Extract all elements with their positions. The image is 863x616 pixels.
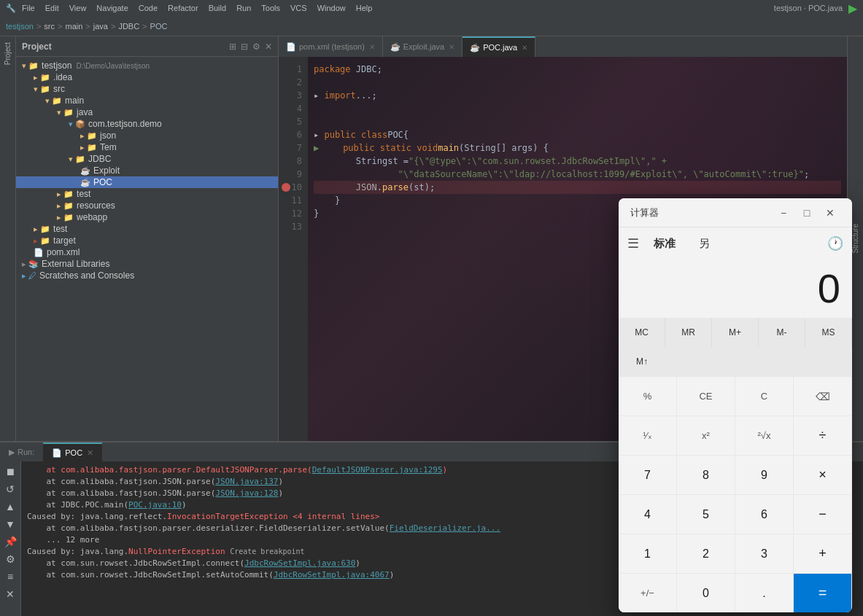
- tree-item-ext-lib[interactable]: ▸ 📚 External Libraries: [16, 258, 278, 270]
- tree-item-jdbc[interactable]: ▾ 📁 JDBC: [16, 153, 278, 165]
- calc-mem-mr[interactable]: MR: [665, 318, 712, 347]
- calc-minimize-button[interactable]: −: [773, 203, 794, 223]
- menu-refactor[interactable]: Refactor: [168, 4, 198, 12]
- bottom-tab-poc[interactable]: 📄 POC ✕: [43, 442, 102, 461]
- tree-item-package[interactable]: ▾ 📦 com.testjson.demo: [16, 118, 278, 130]
- breadcrumb-item-5[interactable]: JDBC: [118, 22, 139, 31]
- sidebar-icon-close[interactable]: ✕: [265, 42, 272, 52]
- menu-window[interactable]: Window: [317, 4, 346, 12]
- run-button[interactable]: ▶: [848, 1, 857, 15]
- output-link-1[interactable]: DefaultJSONParser.java:1295: [312, 465, 443, 475]
- tree-item-target[interactable]: ▸ 📁 target: [16, 235, 278, 246]
- bottom-tab-run[interactable]: ▶ Run:: [0, 442, 43, 461]
- tree-item-test-inner[interactable]: ▸ 📁 test: [16, 188, 278, 200]
- calc-9-button[interactable]: 9: [735, 455, 794, 494]
- tree-item-resources[interactable]: ▸ 📁 resources: [16, 200, 278, 211]
- tab-poc-close[interactable]: ✕: [522, 44, 527, 52]
- calc-percent-button[interactable]: %: [619, 376, 677, 416]
- calc-multiply-button[interactable]: ×: [794, 455, 852, 494]
- tree-item-exploit[interactable]: ☕ Exploit: [16, 165, 278, 176]
- calc-maximize-button[interactable]: □: [797, 203, 817, 223]
- tab-exploit[interactable]: ☕ Exploit.java ✕: [383, 36, 463, 57]
- calc-3-button[interactable]: 3: [735, 534, 794, 573]
- calc-4-button[interactable]: 4: [619, 494, 677, 534]
- calc-8-button[interactable]: 8: [677, 455, 735, 494]
- project-side-label[interactable]: Project: [2, 39, 13, 68]
- tree-item-webapp[interactable]: ▸ 📁 webapp: [16, 211, 278, 223]
- output-link-9[interactable]: JdbcRowSetImpl.java:630: [244, 558, 355, 568]
- tree-item-tem[interactable]: ▸ 📁 Tem: [16, 141, 278, 153]
- calc-menu-button[interactable]: ☰: [627, 235, 639, 252]
- calc-mem-mplus[interactable]: M+: [712, 318, 759, 347]
- menu-view[interactable]: View: [69, 4, 87, 12]
- menu-vcs[interactable]: VCS: [290, 4, 307, 12]
- calc-divide-button[interactable]: ÷: [794, 416, 852, 455]
- run-scroll-up-button[interactable]: ▲: [3, 499, 18, 514]
- tree-item-poc[interactable]: ☕ POC: [16, 176, 278, 188]
- tab-pom-close[interactable]: ✕: [369, 43, 375, 51]
- calc-reciprocal-button[interactable]: ¹∕ₓ: [619, 416, 677, 455]
- breakpoint[interactable]: [282, 183, 290, 192]
- calc-history-button[interactable]: 🕐: [827, 235, 843, 252]
- run-restart-button[interactable]: ↺: [3, 482, 18, 496]
- sidebar-icon-collapse[interactable]: ⊟: [241, 42, 248, 52]
- menu-build[interactable]: Build: [209, 4, 226, 12]
- menu-navigate[interactable]: Navigate: [96, 4, 128, 12]
- breadcrumb-item-3[interactable]: main: [65, 22, 82, 31]
- calc-mem-mminus[interactable]: M-: [759, 318, 805, 347]
- calc-backspace-button[interactable]: ⌫: [794, 376, 852, 416]
- calc-1-button[interactable]: 1: [619, 534, 677, 573]
- output-link-10[interactable]: JdbcRowSetImpl.java:4067: [274, 570, 390, 580]
- calc-ce-button[interactable]: CE: [677, 376, 735, 416]
- breadcrumb-item-6[interactable]: POC: [150, 22, 168, 31]
- bottom-tab-poc-close[interactable]: ✕: [87, 448, 93, 458]
- calc-5-button[interactable]: 5: [677, 494, 735, 534]
- calc-equals-button[interactable]: =: [794, 573, 852, 612]
- breadcrumb-item-1[interactable]: testjson: [6, 22, 34, 31]
- run-layout-button[interactable]: ≡: [3, 569, 18, 584]
- tree-item-scratches[interactable]: ▸ 🖊 Scratches and Consoles: [16, 270, 278, 281]
- tree-item-pom[interactable]: 📄 pom.xml: [16, 246, 278, 258]
- calc-mode-standard[interactable]: 标准: [645, 233, 684, 255]
- tab-pom[interactable]: 📄 pom.xml (testjson) ✕: [279, 36, 383, 57]
- sidebar-icon-expand[interactable]: ⊞: [229, 42, 236, 52]
- tree-item-json-folder[interactable]: ▸ 📁 json: [16, 130, 278, 141]
- breadcrumb-item-2[interactable]: src: [44, 22, 55, 31]
- calc-add-button[interactable]: +: [794, 534, 852, 573]
- run-scroll-down-button[interactable]: ▼: [3, 517, 18, 531]
- calc-0-button[interactable]: 0: [677, 573, 735, 612]
- sidebar-icon-settings[interactable]: ⚙: [252, 42, 260, 52]
- calc-negate-button[interactable]: +/−: [619, 573, 677, 612]
- calc-mode-alt[interactable]: 另: [690, 233, 719, 255]
- calc-mem-mup[interactable]: M↑: [619, 347, 665, 376]
- output-link-3[interactable]: JSON.java:128: [215, 488, 278, 498]
- calc-c-button[interactable]: C: [735, 376, 794, 416]
- tree-item-main[interactable]: ▾ 📁 main: [16, 95, 278, 106]
- calc-2-button[interactable]: 2: [677, 534, 735, 573]
- run-stop-button[interactable]: ⏹: [3, 464, 18, 479]
- run-pin-button[interactable]: 📌: [3, 534, 18, 549]
- calc-6-button[interactable]: 6: [735, 494, 794, 534]
- calc-subtract-button[interactable]: −: [794, 494, 852, 534]
- menu-help[interactable]: Help: [356, 4, 373, 12]
- calc-mem-ms[interactable]: MS: [805, 318, 852, 347]
- calc-decimal-button[interactable]: .: [735, 573, 794, 612]
- output-link-2[interactable]: JSON.java:137: [215, 477, 278, 486]
- tree-item-testjson[interactable]: ▾ 📁 testjson D:\Demo\Java\testjson: [16, 60, 278, 71]
- breadcrumb-item-4[interactable]: java: [93, 22, 108, 31]
- calc-7-button[interactable]: 7: [619, 455, 677, 494]
- calc-square-button[interactable]: x²: [677, 416, 735, 455]
- menu-tools[interactable]: Tools: [261, 4, 280, 12]
- tree-item-java[interactable]: ▾ 📁 java: [16, 106, 278, 118]
- tab-exploit-close[interactable]: ✕: [449, 43, 454, 51]
- menu-code[interactable]: Code: [139, 4, 158, 12]
- output-link-6[interactable]: FieldDeserializer.ja...: [390, 523, 500, 533]
- calc-close-button[interactable]: ✕: [820, 203, 840, 223]
- tree-item-idea[interactable]: ▸ 📁 .idea: [16, 71, 278, 83]
- tab-poc[interactable]: ☕ POC.java ✕: [463, 36, 535, 57]
- output-link-4[interactable]: POC.java:10: [128, 500, 182, 510]
- menu-edit[interactable]: Edit: [45, 4, 59, 12]
- menu-file[interactable]: File: [22, 4, 35, 12]
- calc-sqrt-button[interactable]: ²√x: [735, 416, 794, 455]
- menu-run[interactable]: Run: [236, 4, 251, 12]
